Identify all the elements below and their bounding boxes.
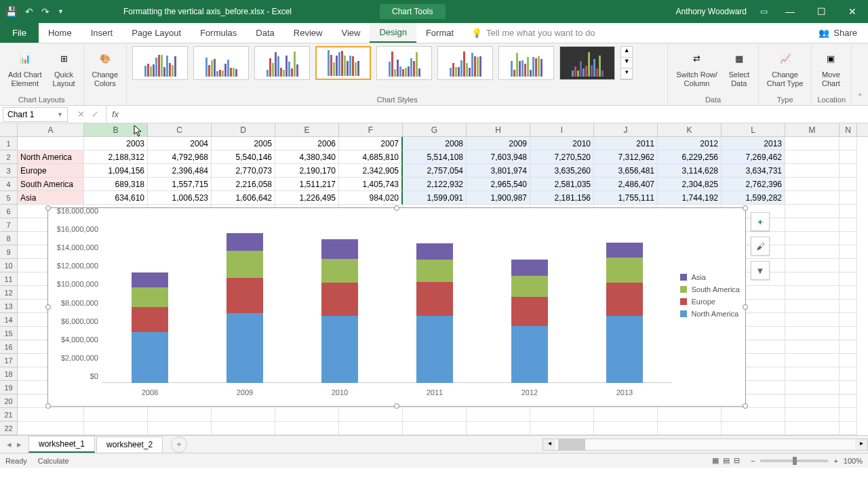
- quick-layout-button[interactable]: ⊞ Quick Layout: [50, 46, 78, 89]
- cell-L21[interactable]: [722, 408, 785, 422]
- chart-object[interactable]: + 🖌 ▼ $18,000,000$16,000,000$14,000,000$…: [47, 207, 746, 407]
- change-colors-button[interactable]: 🎨 Change Colors: [90, 46, 121, 89]
- column-header-G[interactable]: G: [403, 123, 467, 136]
- cell-K2[interactable]: 6,229,256: [658, 150, 722, 164]
- share-button[interactable]: 👥 Share: [808, 23, 868, 43]
- cell-N10[interactable]: [840, 259, 857, 272]
- add-chart-element-button[interactable]: 📊 Add Chart Element: [5, 46, 45, 89]
- chart-plot-area[interactable]: [102, 214, 672, 383]
- cell-N20[interactable]: [840, 394, 857, 408]
- row-header-22[interactable]: 22: [0, 422, 18, 435]
- cell-I5[interactable]: 2,181,156: [530, 191, 594, 205]
- sheet-tab-1[interactable]: worksheet_1: [28, 436, 95, 453]
- segment-north-america[interactable]: [321, 316, 358, 383]
- column-header-E[interactable]: E: [275, 123, 339, 136]
- cell-I3[interactable]: 3,635,260: [530, 164, 594, 178]
- column-header-H[interactable]: H: [467, 123, 530, 136]
- tab-data[interactable]: Data: [246, 23, 283, 43]
- chart-style-5[interactable]: [376, 46, 432, 80]
- row-header-2[interactable]: 2: [0, 150, 18, 164]
- cell-N15[interactable]: [840, 327, 857, 340]
- formula-input[interactable]: [124, 107, 868, 122]
- chart-style-3[interactable]: [254, 46, 310, 80]
- cell-C21[interactable]: [148, 408, 212, 422]
- cell-D4[interactable]: 2,216,058: [212, 178, 275, 191]
- change-chart-type-button[interactable]: 📈 Change Chart Type: [764, 46, 806, 89]
- segment-south-america[interactable]: [321, 259, 358, 283]
- row-header-15[interactable]: 15: [0, 327, 18, 340]
- cell-C22[interactable]: [148, 422, 212, 435]
- cell-F3[interactable]: 2,342,905: [339, 164, 403, 178]
- bar-2012[interactable]: [511, 260, 548, 383]
- cell-A2[interactable]: North America: [18, 150, 84, 164]
- undo-icon[interactable]: ↶: [25, 6, 33, 17]
- cell-M9[interactable]: [785, 245, 840, 259]
- row-header-6[interactable]: 6: [0, 205, 18, 218]
- cell-M3[interactable]: [785, 164, 840, 178]
- segment-asia[interactable]: [606, 243, 643, 258]
- cell-A1[interactable]: [18, 137, 84, 150]
- row-header-16[interactable]: 16: [0, 340, 18, 354]
- save-icon[interactable]: 💾: [5, 6, 17, 17]
- cell-A5[interactable]: Asia: [18, 191, 84, 205]
- cell-I21[interactable]: [530, 408, 594, 422]
- cell-M13[interactable]: [785, 300, 840, 313]
- cell-L5[interactable]: 1,599,282: [722, 191, 785, 205]
- cell-C3[interactable]: 2,396,484: [148, 164, 212, 178]
- cell-N21[interactable]: [840, 408, 857, 422]
- legend-item-europe[interactable]: Europe: [680, 298, 740, 306]
- cell-A3[interactable]: Europe: [18, 164, 84, 178]
- tell-me-box[interactable]: 💡 Tell me what you want to do: [471, 23, 595, 43]
- select-all-corner[interactable]: [0, 123, 18, 136]
- collapse-ribbon-button[interactable]: ˄: [852, 43, 868, 105]
- bar-2010[interactable]: [321, 239, 358, 383]
- cell-E22[interactable]: [275, 422, 339, 435]
- cell-L3[interactable]: 3,634,731: [722, 164, 785, 178]
- segment-south-america[interactable]: [226, 251, 263, 278]
- segment-south-america[interactable]: [416, 260, 453, 283]
- tab-review[interactable]: Review: [284, 23, 332, 43]
- chart-y-axis[interactable]: $18,000,000$16,000,000$14,000,000$12,000…: [51, 211, 101, 380]
- cell-C4[interactable]: 1,557,715: [148, 178, 212, 191]
- segment-asia[interactable]: [511, 260, 548, 276]
- cell-M15[interactable]: [785, 327, 840, 340]
- column-header-L[interactable]: L: [722, 123, 785, 136]
- cell-K4[interactable]: 2,304,825: [658, 178, 722, 191]
- row-header-10[interactable]: 10: [0, 259, 18, 272]
- column-header-J[interactable]: J: [594, 123, 658, 136]
- maximize-button[interactable]: ☐: [806, 0, 837, 23]
- segment-asia[interactable]: [226, 233, 263, 251]
- segment-north-america[interactable]: [416, 316, 453, 383]
- cell-G4[interactable]: 2,122,932: [403, 178, 467, 191]
- chart-style-1[interactable]: [132, 46, 188, 80]
- segment-europe[interactable]: [321, 283, 358, 316]
- zoom-out-button[interactable]: −: [751, 457, 755, 465]
- bar-2009[interactable]: [226, 233, 263, 383]
- column-headers[interactable]: ABCDEFGHIJKLMN: [0, 123, 868, 137]
- chart-style-6[interactable]: [437, 46, 493, 80]
- cell-H5[interactable]: 1,900,987: [467, 191, 530, 205]
- ribbon-display-icon[interactable]: ▭: [753, 7, 774, 16]
- zoom-slider[interactable]: [760, 460, 828, 462]
- name-box[interactable]: Chart 1 ▼: [3, 107, 68, 122]
- tab-view[interactable]: View: [332, 23, 370, 43]
- chart-legend[interactable]: AsiaSouth AmericaEuropeNorth America: [680, 273, 740, 322]
- cell-I4[interactable]: 2,581,035: [530, 178, 594, 191]
- cell-A22[interactable]: [18, 422, 84, 435]
- cell-E1[interactable]: 2006: [275, 137, 339, 150]
- cell-G2[interactable]: 5,514,108: [403, 150, 467, 164]
- cell-J1[interactable]: 2011: [594, 137, 658, 150]
- resize-handle[interactable]: [45, 403, 51, 409]
- cell-F4[interactable]: 1,405,743: [339, 178, 403, 191]
- cell-N12[interactable]: [840, 286, 857, 300]
- cell-N2[interactable]: [840, 150, 857, 164]
- cell-E5[interactable]: 1,226,495: [275, 191, 339, 205]
- cell-C5[interactable]: 1,006,523: [148, 191, 212, 205]
- resize-handle[interactable]: [45, 205, 51, 211]
- cell-N3[interactable]: [840, 164, 857, 178]
- cell-M4[interactable]: [785, 178, 840, 191]
- segment-north-america[interactable]: [226, 313, 263, 383]
- cell-N17[interactable]: [840, 354, 857, 367]
- cell-H4[interactable]: 2,965,540: [467, 178, 530, 191]
- tab-home[interactable]: Home: [39, 23, 81, 43]
